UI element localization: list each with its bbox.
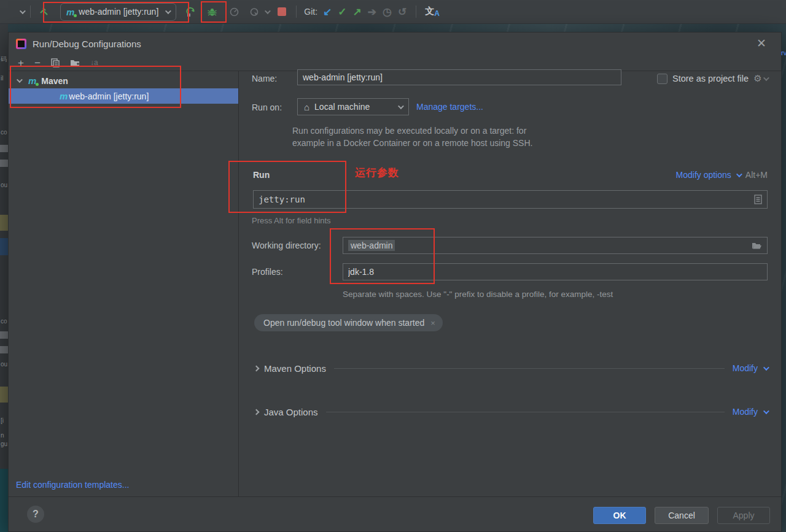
tool-window-widget-icon[interactable]	[5, 5, 18, 18]
chevron-down-icon	[265, 8, 271, 14]
configuration-form: Name: Store as project file ⚙ Run on: ⌂ …	[239, 71, 781, 497]
apply-button: Apply	[717, 507, 770, 524]
gear-icon[interactable]: ⚙	[753, 73, 761, 84]
tool-window-tag[interactable]: Open run/debug tool window when started …	[254, 314, 443, 331]
chevron-down-icon[interactable]	[763, 364, 769, 371]
close-icon[interactable]: ✕	[755, 37, 768, 50]
name-row: Name:	[252, 71, 277, 87]
profiles-label: Profiles:	[252, 267, 283, 277]
chevron-down-icon[interactable]	[763, 408, 769, 414]
coverage-icon	[247, 5, 261, 18]
background-text-fragment: ou	[1, 361, 7, 368]
store-label: Store as project file	[672, 74, 749, 83]
background-text-fragment: ou	[1, 182, 7, 188]
translate-cjk-glyph: 文	[425, 6, 434, 17]
chevron-down-icon[interactable]	[20, 8, 26, 14]
run-on-value: Local machine	[314, 102, 370, 112]
annotation-box-wd-profiles	[330, 228, 435, 284]
git-push-icon[interactable]: ↗	[353, 6, 362, 18]
run-on-dropdown[interactable]: ⌂ Local machine	[297, 98, 409, 115]
section-rule	[326, 412, 725, 412]
java-options-label: Java Options	[264, 407, 318, 417]
background-block-fragment	[0, 346, 8, 353]
git-label: Git:	[304, 7, 317, 17]
background-text-fragment: co	[1, 129, 7, 136]
background-block-fragment	[0, 215, 8, 231]
toolbar-separator	[296, 6, 297, 18]
background-right-fragment: rv	[781, 49, 786, 56]
annotation-box-run-command	[228, 161, 346, 213]
run-on-label: Run on:	[252, 102, 282, 112]
java-options-section[interactable]: Java Options Modify	[254, 406, 768, 418]
modify-options-shortcut: Alt+M	[745, 170, 768, 180]
run-on-help-line2: example in a Docker Container or on a re…	[292, 138, 532, 148]
run-on-row: Run on:	[252, 99, 282, 116]
profiler-icon	[227, 5, 241, 18]
background-block-fragment	[0, 160, 8, 167]
background-text-fragment: il	[1, 75, 3, 82]
home-icon: ⌂	[304, 102, 309, 112]
translate-latin-glyph: A	[434, 9, 440, 18]
git-history-icon: ◷	[383, 6, 392, 18]
run-on-help-line1: Run configurations may be executed local…	[292, 126, 526, 136]
git-rollback-icon: ↺	[398, 6, 407, 18]
maven-options-section[interactable]: Maven Options Modify	[254, 362, 768, 374]
manage-targets-link[interactable]: Manage targets...	[416, 102, 483, 112]
store-as-project-file[interactable]: Store as project file ⚙	[657, 71, 768, 87]
annotation-box-run-config	[43, 2, 189, 23]
git-commit-icon[interactable]: ✓	[338, 6, 346, 18]
background-text-fragment: 码	[1, 55, 7, 64]
cancel-button[interactable]: Cancel	[655, 507, 709, 524]
toolbar-separator	[416, 6, 416, 18]
background-block-fragment	[0, 145, 8, 152]
dialog-footer: ? OK Cancel Apply	[9, 496, 781, 531]
background-text-fragment: co	[1, 318, 7, 325]
working-directory-row: Working directory:	[252, 237, 321, 253]
store-checkbox[interactable]	[657, 74, 667, 84]
name-label: Name:	[252, 74, 277, 83]
profiles-help: Separate with spaces. Use "-" prefix to …	[343, 290, 613, 299]
maven-modify-link[interactable]: Modify	[733, 363, 758, 373]
annotation-box-debug	[201, 1, 227, 23]
working-directory-label: Working directory:	[252, 241, 321, 250]
remove-tag-icon[interactable]: ×	[430, 318, 435, 328]
annotation-run-params-text: 运行参数	[355, 166, 399, 180]
background-text-fragment: n	[1, 432, 4, 439]
java-modify-link[interactable]: Modify	[733, 407, 758, 417]
background-block-fragment	[0, 469, 8, 532]
chevron-down-icon	[398, 103, 404, 109]
help-button[interactable]: ?	[27, 506, 44, 523]
git-cherry-pick-icon: ➔	[368, 6, 376, 18]
screen: m web-admin [jetty:run]	[0, 0, 786, 532]
configurations-tree: m Maven m web-admin [jetty:run] Edit con…	[9, 71, 239, 497]
translate-icon[interactable]: 文A	[425, 6, 440, 18]
dialog-titlebar: Run/Debug Configurations ✕	[9, 33, 781, 55]
chevron-down-icon	[763, 75, 769, 81]
intellij-logo-icon	[16, 39, 26, 49]
folder-browse-icon[interactable]	[752, 242, 762, 250]
profiles-row: Profiles:	[252, 264, 283, 280]
annotation-box-tree	[10, 66, 181, 108]
chevron-right-icon[interactable]	[254, 365, 260, 371]
background-text-fragment: gu	[1, 441, 7, 447]
modify-options-link[interactable]: Modify options	[676, 170, 731, 180]
chevron-down-icon[interactable]	[736, 171, 742, 177]
dialog-title: Run/Debug Configurations	[33, 39, 141, 49]
name-input[interactable]	[297, 69, 621, 85]
expand-field-icon[interactable]	[754, 195, 762, 204]
edit-configuration-templates-link[interactable]: Edit configuration templates...	[16, 480, 129, 490]
stop-icon	[278, 7, 286, 16]
background-block-fragment	[0, 387, 8, 403]
git-update-icon[interactable]: ↙	[323, 6, 332, 18]
section-rule	[334, 368, 725, 369]
background-block-fragment	[0, 331, 8, 339]
background-block-fragment	[0, 238, 8, 255]
tool-window-tag-label: Open run/debug tool window when started	[263, 318, 424, 328]
toolbar-separator	[30, 6, 31, 18]
ok-button[interactable]: OK	[593, 507, 646, 524]
background-text-fragment: [i	[1, 417, 4, 424]
chevron-right-icon[interactable]	[254, 409, 260, 415]
maven-options-label: Maven Options	[264, 363, 326, 374]
background-left-strip: 码ilcooucoou[ingu	[0, 23, 8, 532]
command-hint: Press Alt for field hints	[252, 216, 331, 225]
